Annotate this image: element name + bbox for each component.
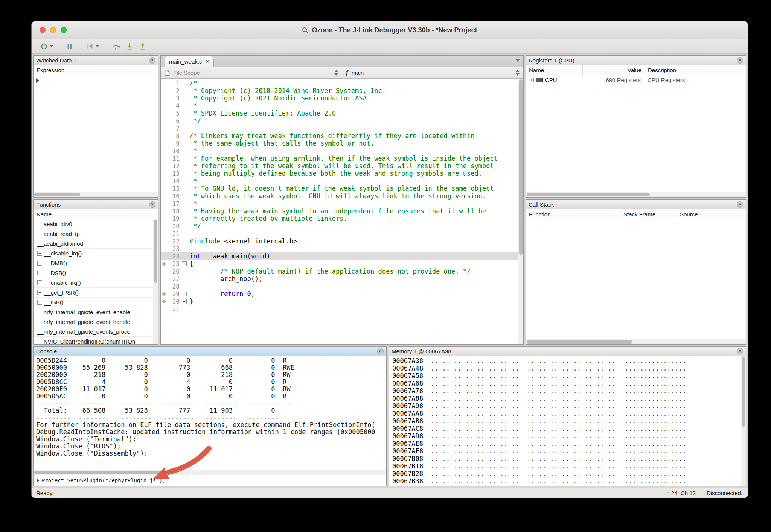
- code-line[interactable]: 17 *: [161, 200, 518, 207]
- memory-header[interactable]: Memory 1 @ 00067A38: [389, 347, 746, 356]
- expand-icon[interactable]: +: [37, 251, 42, 256]
- code-line[interactable]: 7: [161, 125, 518, 132]
- code-line[interactable]: 20 */: [161, 222, 518, 230]
- memory-row[interactable]: 00067AD8.. .. .. .. .. .. .. .. .. .. ..…: [389, 432, 741, 440]
- expand-icon[interactable]: +: [37, 300, 42, 305]
- function-list-item[interactable]: __aeabi_read_tp: [34, 229, 153, 239]
- console-header[interactable]: Console: [34, 347, 386, 356]
- scrollbar-thumb[interactable]: [519, 79, 523, 255]
- memory-row[interactable]: 00067A58.. .. .. .. .. .. .. .. .. .. ..…: [389, 372, 741, 380]
- function-list-item[interactable]: +__DSB(): [34, 268, 153, 278]
- memory-row[interactable]: 00067B48.. .. .. .. .. .. .. .. .. .. ..…: [389, 485, 741, 486]
- code-lines[interactable]: 1/*2 * Copyright (c) 2010-2014 Wind Rive…: [161, 79, 518, 344]
- console-horizontal-scrollbar[interactable]: [34, 470, 386, 475]
- memory-row[interactable]: 00067B18.. .. .. .. .. .. .. .. .. .. ..…: [389, 462, 741, 470]
- close-window-button[interactable]: [40, 27, 46, 33]
- scrollbar-thumb[interactable]: [527, 193, 650, 196]
- registers-header[interactable]: Registers 1 (CPU): [526, 56, 746, 65]
- code-line[interactable]: 21: [161, 230, 518, 237]
- function-list-item[interactable]: __NVIC_ClearPendingIRQ(enum IRQn: [34, 337, 153, 344]
- registers-horizontal-scrollbar[interactable]: [526, 192, 746, 197]
- function-list-item[interactable]: __aeabi_ldiv0: [34, 219, 153, 229]
- memory-row[interactable]: 00067A78.. .. .. .. .. .. .. .. .. .. ..…: [389, 387, 741, 395]
- memory-row[interactable]: 00067A88.. .. .. .. .. .. .. .. .. .. ..…: [389, 395, 741, 402]
- code-line[interactable]: 16 * which uses the weak symbol. GNU ld …: [161, 192, 518, 200]
- function-list-item[interactable]: +__ISB(): [34, 298, 153, 307]
- functions-vertical-scrollbar[interactable]: [153, 219, 158, 344]
- fold-expand-icon[interactable]: +: [182, 299, 187, 304]
- memory-row[interactable]: 00067B28.. .. .. .. .. .. .. .. .. .. ..…: [389, 470, 741, 477]
- code-line[interactable]: 27 arch_nop();: [161, 275, 518, 283]
- title-bar[interactable]: Ozone - The J-Link Debugger V3.30b - *Ne…: [32, 21, 748, 39]
- function-list-item[interactable]: +__enable_irq(): [34, 278, 153, 288]
- tab-list-menu-icon[interactable]: [516, 59, 520, 62]
- zoom-window-button[interactable]: [61, 27, 67, 33]
- call-stack-header[interactable]: Call Stack: [526, 200, 746, 209]
- functions-header[interactable]: Functions: [34, 200, 158, 209]
- memory-rows[interactable]: 00067A38.. .. .. .. .. .. .. .. .. .. ..…: [389, 356, 741, 486]
- code-line[interactable]: 9 * the same object that calls the symbo…: [161, 140, 518, 147]
- breakpoint-dot[interactable]: [161, 292, 167, 296]
- watched-data-body[interactable]: [34, 75, 158, 192]
- memory-row[interactable]: 00067A48.. .. .. .. .. .. .. .. .. .. ..…: [389, 365, 741, 372]
- console-input-row[interactable]: Project.SetOSPlugin("ZephyrPlugin.js");: [34, 475, 386, 486]
- code-line[interactable]: 4 *: [161, 102, 518, 109]
- scrollbar-thumb[interactable]: [34, 471, 168, 474]
- function-list-item[interactable]: +__get_IPSR(): [34, 288, 153, 298]
- breakpoint-dot[interactable]: [161, 300, 167, 303]
- step-out-button[interactable]: [138, 41, 148, 51]
- restart-menu-icon[interactable]: [96, 45, 99, 47]
- code-line[interactable]: 22#include <kernel_internal.h>: [161, 237, 518, 245]
- code-line[interactable]: 3 * Copyright (c) 2021 Nordic Semiconduc…: [161, 94, 518, 102]
- expand-icon[interactable]: +: [37, 271, 42, 275]
- call-stack-horizontal-scrollbar[interactable]: [526, 339, 746, 344]
- function-list-item[interactable]: +__disable_irq(): [34, 249, 153, 258]
- close-icon[interactable]: [149, 57, 155, 64]
- memory-row[interactable]: 00067A68.. .. .. .. .. .. .. .. .. .. ..…: [389, 380, 741, 387]
- code-line[interactable]: 6 */: [161, 117, 518, 125]
- close-icon[interactable]: [377, 348, 384, 354]
- reset-button[interactable]: [85, 41, 100, 51]
- function-list-item[interactable]: __aeabi_uldivmod: [34, 239, 153, 249]
- minimize-window-button[interactable]: [50, 27, 56, 33]
- function-combobox[interactable]: f main: [342, 67, 523, 78]
- function-list-item[interactable]: +__DMB(): [34, 258, 153, 268]
- memory-row[interactable]: 00067B08.. .. .. .. .. .. .. .. .. .. ..…: [389, 455, 741, 462]
- function-list-item[interactable]: __nrfy_internal_gpiote_events_proce: [34, 327, 153, 337]
- close-icon[interactable]: [737, 201, 743, 208]
- tab-close-icon[interactable]: [206, 59, 210, 64]
- scrollbar-thumb[interactable]: [527, 340, 632, 344]
- memory-row[interactable]: 00067AC8.. .. .. .. .. .. .. .. .. .. ..…: [389, 425, 741, 432]
- code-line[interactable]: 26 /* NOP default main() if the applicat…: [161, 268, 518, 275]
- code-line[interactable]: 18 * Having the weak main symbol in an i…: [161, 207, 518, 215]
- power-menu-icon[interactable]: [50, 45, 53, 47]
- memory-row[interactable]: 00067AE8.. .. .. .. .. .. .. .. .. .. ..…: [389, 440, 741, 447]
- memory-row[interactable]: 00067B38.. .. .. .. .. .. .. .. .. .. ..…: [389, 477, 741, 485]
- code-line[interactable]: 11 * For example, when using armlink, th…: [161, 155, 518, 162]
- code-line[interactable]: 13 * being multiply defined because both…: [161, 170, 518, 177]
- combo-stepper-icon[interactable]: [334, 70, 338, 76]
- memory-row[interactable]: 00067A38.. .. .. .. .. .. .. .. .. .. ..…: [389, 357, 741, 365]
- code-line[interactable]: 31: [161, 305, 518, 313]
- scrollbar-thumb[interactable]: [34, 193, 80, 196]
- expand-icon[interactable]: +: [529, 78, 534, 82]
- register-row[interactable]: +CPU690 RegistersCPU Registers: [526, 75, 746, 85]
- breakpoint-dot[interactable]: [161, 262, 167, 266]
- scrollbar-thumb[interactable]: [154, 220, 157, 283]
- close-icon[interactable]: [149, 201, 155, 208]
- code-line[interactable]: 8/* Linkers may treat weak functions dif…: [161, 132, 518, 140]
- code-line[interactable]: 5 * SPDX-License-Identifier: Apache-2.0: [161, 109, 518, 117]
- code-line[interactable]: 10 *: [161, 147, 518, 155]
- pause-button[interactable]: [65, 41, 75, 51]
- fold-expand-icon[interactable]: +: [182, 261, 187, 266]
- step-over-button[interactable]: [111, 41, 121, 51]
- watched-horizontal-scrollbar[interactable]: [34, 192, 158, 197]
- close-icon[interactable]: [737, 348, 743, 354]
- code-line[interactable]: 1/*: [161, 79, 518, 87]
- console-output[interactable]: 0005D244 0 0 0 0 0 R00050000 55 269 53 8…: [34, 356, 386, 470]
- editor-vertical-scrollbar[interactable]: [518, 79, 523, 344]
- code-line[interactable]: 2 * Copyright (c) 2010-2014 Wind River S…: [161, 87, 518, 94]
- memory-row[interactable]: 00067AB8.. .. .. .. .. .. .. .. .. .. ..…: [389, 417, 741, 425]
- step-into-button[interactable]: [125, 41, 134, 51]
- code-line[interactable]: 24int __weak main(void): [161, 252, 518, 260]
